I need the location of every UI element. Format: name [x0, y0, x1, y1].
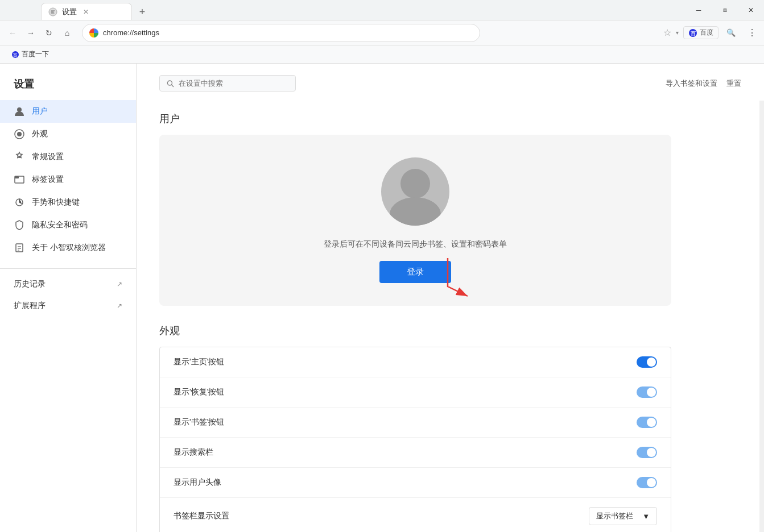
sidebar-item-about[interactable]: 关于 小智双核浏览器	[0, 236, 136, 259]
title-bar: 设置 ✕ + ─ ⧈ ✕	[0, 0, 764, 20]
user-section: 用户 登录后可在不同设备间云同步书签、设置和密码表单 登录	[159, 112, 741, 306]
toggle-bookmark-label: 显示'书签'按钮	[174, 417, 224, 427]
history-external-icon: ↗	[117, 280, 122, 288]
toggle-restore[interactable]	[637, 386, 657, 398]
svg-line-17	[172, 85, 174, 86]
bookmarksbar-display-label: 书签栏显示设置	[174, 511, 229, 521]
tab-strip: 设置 ✕ +	[0, 0, 685, 20]
sidebar-gestures-label: 手势和快捷键	[32, 197, 80, 207]
about-icon	[14, 242, 25, 253]
active-tab[interactable]: 设置 ✕	[41, 3, 132, 20]
sidebar-user-label: 用户	[32, 106, 48, 117]
sidebar-history-link[interactable]: 历史记录 ↗	[0, 273, 136, 295]
sidebar-links-section: 历史记录 ↗ 扩展程序 ↗	[0, 268, 136, 317]
search-input[interactable]	[179, 79, 288, 88]
tab-title: 设置	[62, 7, 77, 17]
appearance-section: 外观 显示'主页'按钮 显示'恢复'按钮 显示'书签'按钮	[159, 324, 671, 532]
nav-bar: ← → ↻ ⌂ chrome://settings ☆ ▾ 百 百度 🔍 ⋮	[0, 20, 764, 45]
home-button[interactable]: ⌂	[59, 25, 75, 41]
baidu-search-button[interactable]: 百 百度	[683, 26, 718, 39]
history-label: 历史记录	[14, 279, 46, 289]
toggle-searchbar-label: 显示搜索栏	[174, 447, 213, 458]
sidebar-extensions-link[interactable]: 扩展程序 ↗	[0, 295, 136, 317]
bookmarks-bar: 百 百度一下	[0, 45, 764, 64]
settings-search-header: 导入书签和设置 重置	[137, 64, 764, 101]
address-bar[interactable]: chrome://settings	[82, 24, 480, 42]
minimize-button[interactable]: ─	[685, 1, 712, 19]
user-card: 登录后可在不同设备间云同步书签、设置和密码表单 登录	[159, 135, 671, 306]
avatar-head	[400, 169, 430, 198]
svg-rect-10	[15, 176, 19, 178]
settings-search-box[interactable]	[159, 75, 296, 92]
privacy-icon	[14, 219, 25, 231]
appearance-settings-card: 显示'主页'按钮 显示'恢复'按钮 显示'书签'按钮 显示搜索栏	[159, 347, 671, 532]
avatar-placeholder	[381, 157, 449, 226]
tab-close-button[interactable]: ✕	[81, 7, 90, 16]
settings-title: 设置	[0, 73, 136, 100]
baidu-label: 百度	[700, 28, 713, 38]
reset-button[interactable]: 重置	[726, 78, 741, 89]
address-favicon	[89, 28, 98, 38]
sidebar-item-privacy[interactable]: 隐私安全和密码	[0, 214, 136, 236]
dropdown-value: 显示书签栏	[596, 511, 633, 521]
address-text: chrome://settings	[103, 28, 473, 37]
tabs-icon	[14, 174, 25, 185]
nav-right-actions: ☆ ▾ 百 百度 🔍 ⋮	[663, 25, 759, 41]
import-settings-button[interactable]: 导入书签和设置	[666, 78, 717, 89]
sidebar-item-gestures[interactable]: 手势和快捷键	[0, 191, 136, 214]
toggle-bookmark[interactable]	[637, 417, 657, 428]
dropdown-row-bookmarksbar: 书签栏显示设置 显示书签栏 ▼	[160, 498, 671, 532]
settings-content: 导入书签和设置 重置 用户 登录后可在不同设备间云同步书签、设置和密码表	[137, 64, 764, 532]
restore-button[interactable]: ⧈	[712, 1, 738, 19]
toggle-searchbar[interactable]	[637, 447, 657, 458]
extensions-external-icon: ↗	[117, 302, 122, 310]
extensions-label: 扩展程序	[14, 301, 46, 311]
tab-favicon	[48, 7, 57, 16]
browser-window: 设置 ✕ + ─ ⧈ ✕ ← → ↻ ⌂ chrome://settings ☆…	[0, 0, 764, 532]
login-button[interactable]: 登录	[379, 261, 451, 283]
avatar-body	[390, 197, 441, 226]
toggle-home[interactable]	[637, 356, 657, 368]
sidebar-tabs-label: 标签设置	[32, 174, 64, 185]
sidebar: 设置 用户 外观 常规设置	[0, 64, 137, 532]
sidebar-about-label: 关于 小智双核浏览器	[32, 243, 106, 253]
svg-text:百: 百	[691, 31, 696, 36]
main-content: 设置 用户 外观 常规设置	[0, 64, 764, 532]
sidebar-item-tabs[interactable]: 标签设置	[0, 168, 136, 191]
sidebar-item-user[interactable]: 用户	[0, 100, 136, 123]
toggle-row-searchbar: 显示搜索栏	[160, 438, 671, 468]
menu-button[interactable]: ⋮	[744, 25, 759, 41]
back-button[interactable]: ←	[5, 25, 20, 41]
forward-button[interactable]: →	[23, 25, 39, 41]
toggle-avatar[interactable]	[637, 477, 657, 488]
toggle-row-bookmark: 显示'书签'按钮	[160, 408, 671, 438]
gestures-icon	[14, 197, 25, 208]
user-card-description: 登录后可在不同设备间云同步书签、设置和密码表单	[324, 239, 507, 250]
toggle-row-home: 显示'主页'按钮	[160, 347, 671, 377]
sidebar-general-label: 常规设置	[32, 152, 64, 162]
bookmark-baidu[interactable]: 百 百度一下	[7, 48, 53, 60]
dropdown-chevron-icon: ▼	[642, 512, 650, 521]
svg-point-5	[17, 107, 22, 112]
user-section-title: 用户	[159, 112, 741, 126]
toggle-restore-label: 显示'恢复'按钮	[174, 387, 224, 397]
sidebar-privacy-label: 隐私安全和密码	[32, 220, 88, 230]
toggle-home-label: 显示'主页'按钮	[174, 357, 224, 367]
bookmark-label: 百度一下	[22, 49, 49, 59]
content-area: 用户 登录后可在不同设备间云同步书签、设置和密码表单 登录	[137, 101, 764, 532]
toggle-row-avatar: 显示用户头像	[160, 468, 671, 498]
star-button[interactable]: ☆	[663, 27, 671, 38]
sidebar-appearance-label: 外观	[32, 129, 48, 139]
svg-rect-12	[16, 244, 23, 252]
scrollbar-track[interactable]	[759, 64, 764, 532]
sidebar-item-appearance[interactable]: 外观	[0, 123, 136, 146]
search-button[interactable]: 🔍	[723, 25, 739, 41]
star-dropdown[interactable]: ▾	[676, 30, 679, 36]
toggle-row-restore: 显示'恢复'按钮	[160, 377, 671, 408]
bookmarksbar-dropdown[interactable]: 显示书签栏 ▼	[589, 507, 657, 525]
close-button[interactable]: ✕	[738, 1, 764, 19]
sidebar-item-general[interactable]: 常规设置	[0, 146, 136, 168]
appearance-icon	[14, 128, 25, 140]
new-tab-button[interactable]: +	[134, 4, 150, 20]
refresh-button[interactable]: ↻	[41, 25, 57, 41]
